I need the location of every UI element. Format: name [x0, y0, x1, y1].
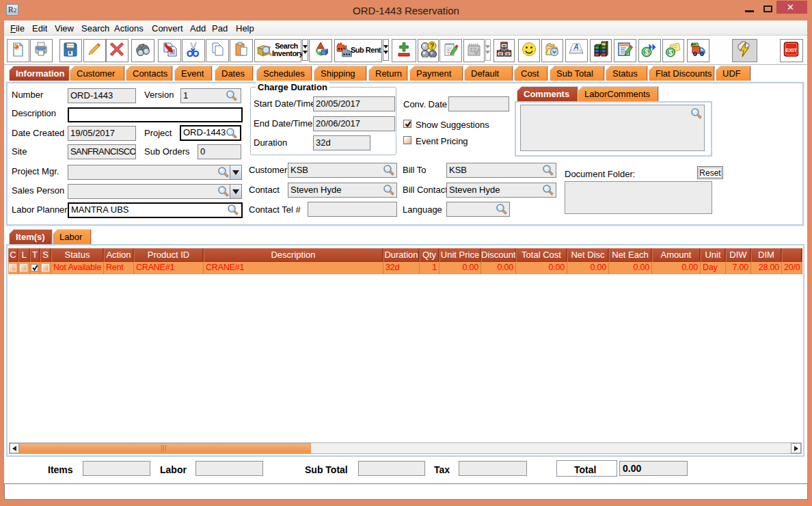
svg-text:A: A — [573, 43, 578, 51]
svg-text:$: $ — [645, 49, 649, 56]
svg-text:EXIT: EXIT — [785, 47, 797, 53]
svg-text:$: $ — [668, 49, 673, 57]
svg-text:?: ? — [430, 42, 434, 50]
